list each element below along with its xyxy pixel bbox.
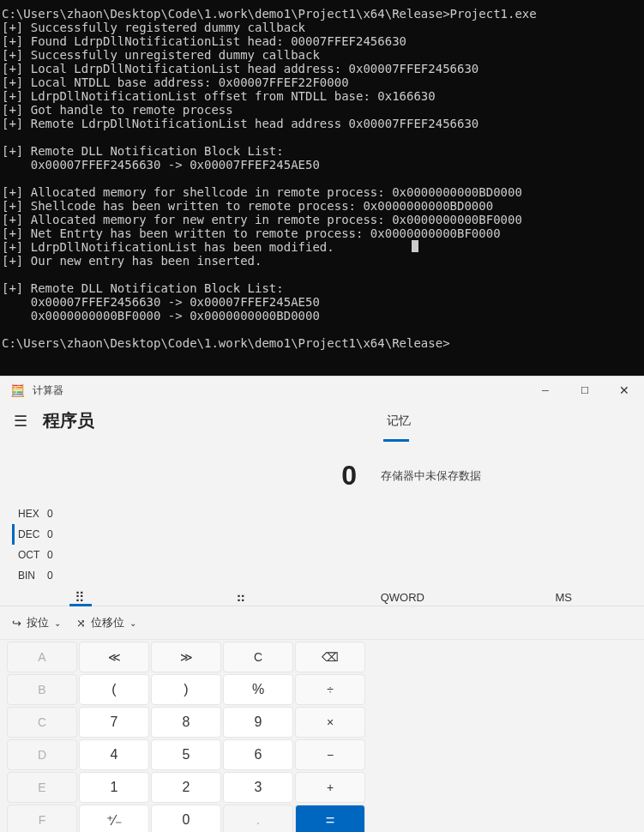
terminal-line: [+] Found LdrpDllNotificationList head: … bbox=[2, 34, 406, 48]
shift-icon: ⤨ bbox=[76, 617, 86, 630]
terminal-line: [+] Local NTDLL base address: 0x00007FFE… bbox=[2, 75, 349, 89]
key-b[interactable]: B bbox=[7, 674, 77, 705]
key-percent[interactable]: % bbox=[223, 674, 293, 705]
key-e[interactable]: E bbox=[7, 772, 77, 803]
terminal-line: [+] LdrpDllNotificationList has been mod… bbox=[2, 240, 334, 254]
terminal-prompt[interactable]: C:\Users\zhaon\Desktop\Code\1.work\demo1… bbox=[2, 336, 450, 350]
base-oct[interactable]: OCT0 bbox=[12, 545, 644, 565]
tab-bit-toggle[interactable]: ⠶ bbox=[161, 589, 322, 606]
key-decimal[interactable]: . bbox=[223, 805, 293, 832]
tab-keypad[interactable]: ⠿ bbox=[0, 589, 161, 606]
tab-ms[interactable]: MS bbox=[483, 591, 644, 604]
bitwise-icon: ↪ bbox=[12, 617, 21, 630]
terminal-line: [+] Allocated memory for shellcode in re… bbox=[2, 185, 522, 199]
key-5[interactable]: 5 bbox=[151, 739, 221, 770]
display-value: 0 bbox=[0, 436, 369, 500]
key-0[interactable]: 0 bbox=[151, 805, 221, 832]
minimize-button[interactable]: ─ bbox=[526, 377, 565, 404]
terminal-line: [+] Remote LdrpDllNotificationList head … bbox=[2, 117, 478, 130]
key-f[interactable]: F bbox=[7, 805, 77, 832]
key-3[interactable]: 3 bbox=[223, 772, 293, 803]
base-hex[interactable]: HEX0 bbox=[12, 503, 644, 524]
terminal-line: [+] Local LdrpDllNotificationList head a… bbox=[2, 62, 478, 75]
keypad-icon: ⠿ bbox=[75, 590, 87, 605]
terminal-line: [+] Allocated memory for new entry in re… bbox=[2, 213, 522, 226]
key-rparen[interactable]: ) bbox=[151, 674, 221, 705]
key-rsh[interactable]: ≫ bbox=[151, 642, 221, 672]
tab-qword[interactable]: QWORD bbox=[322, 591, 484, 604]
close-button[interactable]: ✕ bbox=[605, 377, 644, 404]
titlebar[interactable]: 🧮 计算器 ─ ☐ ✕ bbox=[0, 377, 644, 404]
key-a[interactable]: A bbox=[7, 642, 77, 672]
key-c[interactable]: C bbox=[7, 707, 77, 738]
key-subtract[interactable]: − bbox=[295, 739, 365, 770]
memory-empty-text: 存储器中未保存数据 bbox=[369, 436, 481, 500]
input-tabs: ⠿ ⠶ QWORD MS bbox=[0, 589, 644, 606]
number-bases: HEX0 DEC0 OCT0 BIN0 bbox=[0, 500, 644, 589]
terminal-line: [+] Net Entrty has been written to remot… bbox=[2, 226, 501, 240]
terminal-line: [+] Successfully registered dummy callba… bbox=[2, 21, 305, 34]
memory-tab-indicator bbox=[383, 439, 409, 442]
terminal-line: 0x00007FFEF2456630 -> 0x00007FFEF245AE50 bbox=[2, 158, 320, 172]
key-7[interactable]: 7 bbox=[79, 707, 149, 738]
base-dec[interactable]: DEC0 bbox=[12, 524, 644, 545]
backspace-icon: ⌫ bbox=[322, 650, 339, 664]
terminal-prompt: C:\Users\zhaon\Desktop\Code\1.work\demo1… bbox=[2, 7, 537, 21]
terminal-output: C:\Users\zhaon\Desktop\Code\1.work\demo1… bbox=[0, 0, 644, 376]
header: ☰ 程序员 记忆 bbox=[0, 404, 644, 436]
maximize-button[interactable]: ☐ bbox=[565, 377, 605, 404]
terminal-cursor bbox=[412, 240, 418, 252]
chevron-down-icon: ⌄ bbox=[129, 618, 136, 628]
bitshift-dropdown[interactable]: ⤨ 位移位 ⌄ bbox=[76, 615, 136, 630]
app-icon: 🧮 bbox=[10, 383, 24, 397]
mode-title: 程序员 bbox=[43, 409, 387, 432]
terminal-line: [+] Remote DLL Notification Block List: bbox=[2, 144, 284, 158]
bit-icon: ⠶ bbox=[236, 590, 248, 605]
bitwise-dropdown[interactable]: ↪ 按位 ⌄ bbox=[12, 615, 61, 630]
key-lparen[interactable]: ( bbox=[79, 674, 149, 705]
key-backspace[interactable]: ⌫ bbox=[295, 642, 365, 672]
key-equals[interactable]: = bbox=[295, 805, 365, 832]
key-lsh[interactable]: ≪ bbox=[79, 642, 149, 672]
terminal-line: 0x00007FFEF2456630 -> 0x00007FFEF245AE50 bbox=[2, 295, 320, 309]
menu-icon[interactable]: ☰ bbox=[14, 412, 27, 431]
key-clear[interactable]: C bbox=[223, 642, 293, 672]
bit-ops-row: ↪ 按位 ⌄ ⤨ 位移位 ⌄ bbox=[0, 606, 644, 640]
keypad: A ≪ ≫ C ⌫ B ( ) % ÷ C 7 8 9 × D 4 5 6 − … bbox=[0, 640, 372, 832]
key-8[interactable]: 8 bbox=[151, 707, 221, 738]
chevron-down-icon: ⌄ bbox=[54, 618, 61, 628]
terminal-line: [+] Remote DLL Notification Block List: bbox=[2, 281, 284, 295]
key-add[interactable]: + bbox=[295, 772, 365, 803]
terminal-line: [+] Successfully unregistered dummy call… bbox=[2, 48, 320, 62]
terminal-line: [+] Our new entry has been inserted. bbox=[2, 254, 262, 268]
key-6[interactable]: 6 bbox=[223, 739, 293, 770]
key-multiply[interactable]: × bbox=[295, 707, 365, 738]
terminal-line: [+] Got handle to remote process bbox=[2, 103, 233, 117]
window-title: 计算器 bbox=[33, 383, 526, 398]
memory-tab[interactable]: 记忆 bbox=[387, 413, 634, 429]
key-4[interactable]: 4 bbox=[79, 739, 149, 770]
key-d[interactable]: D bbox=[7, 739, 77, 770]
base-bin[interactable]: BIN0 bbox=[12, 565, 644, 586]
terminal-line: [+] LdrpDllNotificationList offset from … bbox=[2, 89, 436, 103]
terminal-line: 0x0000000000BF0000 -> 0x0000000000BD0000 bbox=[2, 309, 320, 323]
terminal-line: [+] Shellcode has been written to remote… bbox=[2, 199, 493, 213]
calculator-window: 🧮 计算器 ─ ☐ ✕ ☰ 程序员 记忆 0 存储器中未保存数据 HEX0 DE… bbox=[0, 376, 644, 832]
key-negate[interactable]: ⁺∕₋ bbox=[79, 805, 149, 832]
key-9[interactable]: 9 bbox=[223, 707, 293, 738]
key-2[interactable]: 2 bbox=[151, 772, 221, 803]
key-1[interactable]: 1 bbox=[79, 772, 149, 803]
key-divide[interactable]: ÷ bbox=[295, 674, 365, 705]
